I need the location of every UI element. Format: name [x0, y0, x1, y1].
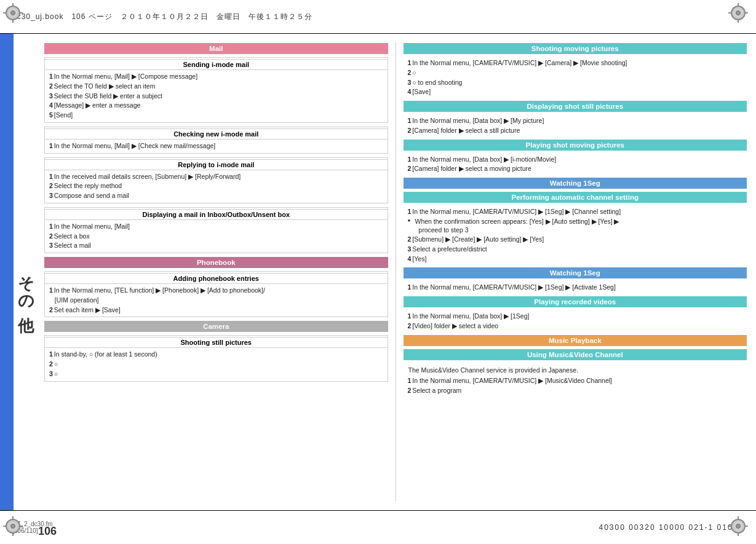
list-item: 2Select a program [407, 386, 744, 396]
displaying-mail-steps: 1In the Normal menu, [Mail] 2Select a bo… [48, 222, 384, 251]
using-music-video-content: The Music&Video Channel service is provi… [404, 363, 747, 398]
bottom-bar: j07_2_dc30.fm [106/110] 40300 00320 1000… [0, 510, 756, 544]
list-item: 2○ [407, 68, 744, 78]
shooting-still-content: 1In stand-by, ○ (for at least 1 second) … [45, 349, 388, 380]
list-item: 2Set each item ▶ [Save] [48, 306, 384, 315]
list-item: 1In the Normal menu, [Data box] ▶ [1Seg] [407, 312, 744, 321]
adding-phonebook-content: 1In the Normal menu, [TEL function] ▶ [P… [45, 285, 388, 317]
checking-imode-header: Checking new i-mode mail [45, 128, 388, 140]
crosshair-inner-tr [736, 10, 741, 15]
performing-auto-channel-header: Performing automatic channel setting [404, 192, 747, 203]
bullet-item-auto-channel: When the confirmation screen appears: [Y… [407, 217, 744, 235]
list-item: 1In the Normal menu, [CAMERA/TV/MUSIC] ▶… [407, 283, 744, 293]
list-item: 2Select the TO field ▶ select an item [48, 82, 384, 92]
displaying-shot-steps: 1In the Normal menu, [Data box] ▶ [My pi… [407, 116, 744, 136]
watching-1seg-header: Watching 1Seg [404, 178, 747, 189]
shooting-moving-content: 1In the Normal menu, [CAMERA/TV/MUSIC] ▶… [404, 57, 747, 99]
page-outer: dc30_uj.book 106 ページ ２０１０年１０月２２日 金曜日 午後１… [0, 0, 756, 544]
performing-auto-channel-content: 1In the Normal menu, [CAMERA/TV/MUSIC] ▶… [404, 206, 747, 266]
list-item: 1In stand-by, ○ (for at least 1 second) [48, 350, 384, 360]
playing-recorded-header: Playing recorded videos [404, 296, 747, 307]
list-item: 4[Yes] [407, 254, 744, 264]
content-area: Mail Sending i-mode mail 1In the Normal … [38, 34, 756, 510]
japanese-tab-text: その他 [15, 264, 37, 307]
top-bar-text: dc30_uj.book 106 ページ ２０１０年１０月２２日 金曜日 午後１… [12, 12, 312, 22]
displaying-mail-box: Displaying a mail in Inbox/Outbox/Unsent… [44, 207, 388, 253]
bottom-right-text: 40300 00320 10000 021-1 01000 [599, 523, 744, 532]
watching-1seg-2-steps: 1In the Normal menu, [CAMERA/TV/MUSIC] ▶… [407, 283, 744, 293]
top-bar: dc30_uj.book 106 ページ ２０１０年１０月２２日 金曜日 午後１… [0, 0, 756, 34]
sending-imode-content: 1In the Normal menu, [Mail] ▶ [Compose m… [45, 71, 388, 122]
sending-imode-header: Sending i-mode mail [45, 59, 388, 70]
playing-recorded-content: 1In the Normal menu, [Data box] ▶ [1Seg]… [404, 310, 747, 333]
crosshair-inner-bl [10, 524, 15, 529]
list-item: 1In the Normal menu, [CAMERA/TV/MUSIC] ▶… [407, 376, 744, 386]
camera-section-header: Camera [44, 321, 388, 332]
list-item: 2[Camera] folder ▶ select a moving pictu… [407, 164, 744, 174]
shooting-still-header: Shooting still pictures [45, 337, 388, 348]
shooting-still-box: Shooting still pictures 1In stand-by, ○ … [44, 335, 388, 381]
adding-phonebook-steps: 1In the Normal menu, [TEL function] ▶ [P… [48, 286, 384, 315]
left-column: Mail Sending i-mode mail 1In the Normal … [44, 43, 388, 501]
playing-shot-moving-content: 1In the Normal menu, [Data box] ▶ [i-mot… [404, 154, 747, 176]
sending-imode-steps: 1In the Normal menu, [Mail] ▶ [Compose m… [48, 72, 384, 120]
crosshair-inner-br [736, 524, 741, 529]
list-item: 1In the Normal menu, [CAMERA/TV/MUSIC] ▶… [407, 58, 744, 68]
list-item: 1In the Normal menu, [CAMERA/TV/MUSIC] ▶… [407, 207, 744, 217]
list-item: 3Select a prefecture/district [407, 245, 744, 254]
column-divider [396, 43, 396, 501]
list-item: 1In the Normal menu, [Mail] [48, 222, 384, 232]
shooting-still-steps: 1In stand-by, ○ (for at least 1 second) … [48, 350, 384, 379]
checking-imode-steps: 1In the Normal menu, [Mail] ▶ [Check new… [48, 141, 384, 151]
replying-imode-content: 1In the received mail details screen, [S… [45, 171, 388, 203]
list-item: 4[Message] ▶ enter a message [48, 101, 384, 111]
playing-shot-moving-header: Playing shot moving pictures [404, 140, 747, 151]
sending-imode-box: Sending i-mode mail 1In the Normal menu,… [44, 57, 388, 123]
replying-imode-box: Replying to i-mode mail 1In the received… [44, 157, 388, 203]
list-item: 2Select the reply method [48, 181, 384, 191]
list-item: 5[Send] [48, 111, 384, 120]
playing-recorded-steps: 1In the Normal menu, [Data box] ▶ [1Seg]… [407, 312, 744, 331]
list-item: 3Select a mail [48, 241, 384, 251]
displaying-mail-content: 1In the Normal menu, [Mail] 2Select a bo… [45, 221, 388, 253]
list-item: 1In the received mail details screen, [S… [48, 172, 384, 182]
list-item: 2[Submenu] ▶ [Create] ▶ [Auto setting] ▶… [407, 235, 744, 245]
music-video-note: The Music&Video Channel service is provi… [407, 365, 744, 377]
list-item: 4[Save] [407, 87, 744, 97]
music-playback-header: Music Playback [404, 335, 747, 346]
phonebook-section-header: Phonebook [44, 257, 388, 268]
mail-section-header: Mail [44, 43, 388, 54]
list-item: 2Select a box [48, 232, 384, 242]
shooting-moving-header: Shooting moving pictures [404, 43, 747, 54]
shooting-moving-steps: 1In the Normal menu, [CAMERA/TV/MUSIC] ▶… [407, 58, 744, 97]
list-item: 3Compose and send a mail [48, 191, 384, 201]
displaying-shot-header: Displaying shot still pictures [404, 101, 747, 112]
list-item: 1In the Normal menu, [Data box] ▶ [My pi… [407, 116, 744, 126]
displaying-mail-header: Displaying a mail in Inbox/Outbox/Unsent… [45, 209, 388, 220]
performing-auto-channel-steps: 1In the Normal menu, [CAMERA/TV/MUSIC] ▶… [407, 207, 744, 217]
list-item: 1In the Normal menu, [Mail] ▶ [Check new… [48, 141, 384, 151]
list-item: 1In the Normal menu, [TEL function] ▶ [P… [48, 286, 384, 306]
watching-1seg-2-header: Watching 1Seg [404, 267, 747, 278]
adding-phonebook-header: Adding phonebook entries [45, 273, 388, 284]
list-item: 3Select the SUB field ▶ enter a subject [48, 92, 384, 101]
watching-1seg-2-content: 1In the Normal menu, [CAMERA/TV/MUSIC] ▶… [404, 282, 747, 294]
list-item: 1In the Normal menu, [Mail] ▶ [Compose m… [48, 72, 384, 82]
using-music-video-steps: 1In the Normal menu, [CAMERA/TV/MUSIC] ▶… [407, 376, 744, 396]
checking-imode-content: 1In the Normal menu, [Mail] ▶ [Check new… [45, 140, 388, 153]
list-item: 2[Video] folder ▶ select a video [407, 321, 744, 331]
replying-imode-header: Replying to i-mode mail [45, 159, 388, 170]
checking-imode-box: Checking new i-mode mail 1In the Normal … [44, 127, 388, 154]
list-item: 3○ [48, 369, 384, 379]
list-item: 3○ to end shooting [407, 78, 744, 88]
crosshair-inner-tl [10, 10, 15, 15]
adding-phonebook-box: Adding phonebook entries 1In the Normal … [44, 271, 388, 317]
replying-imode-steps: 1In the received mail details screen, [S… [48, 172, 384, 201]
right-column: Shooting moving pictures 1In the Normal … [404, 43, 747, 501]
blue-sidebar [0, 34, 14, 510]
playing-shot-moving-steps: 1In the Normal menu, [Data box] ▶ [i-mot… [407, 155, 744, 175]
using-music-video-header: Using Music&Video Channel [404, 349, 747, 360]
list-item: 1In the Normal menu, [Data box] ▶ [i-mot… [407, 155, 744, 165]
performing-auto-channel-extra-steps: 2[Submenu] ▶ [Create] ▶ [Auto setting] ▶… [407, 235, 744, 264]
list-item: 2[Camera] folder ▶ select a still pictur… [407, 126, 744, 136]
